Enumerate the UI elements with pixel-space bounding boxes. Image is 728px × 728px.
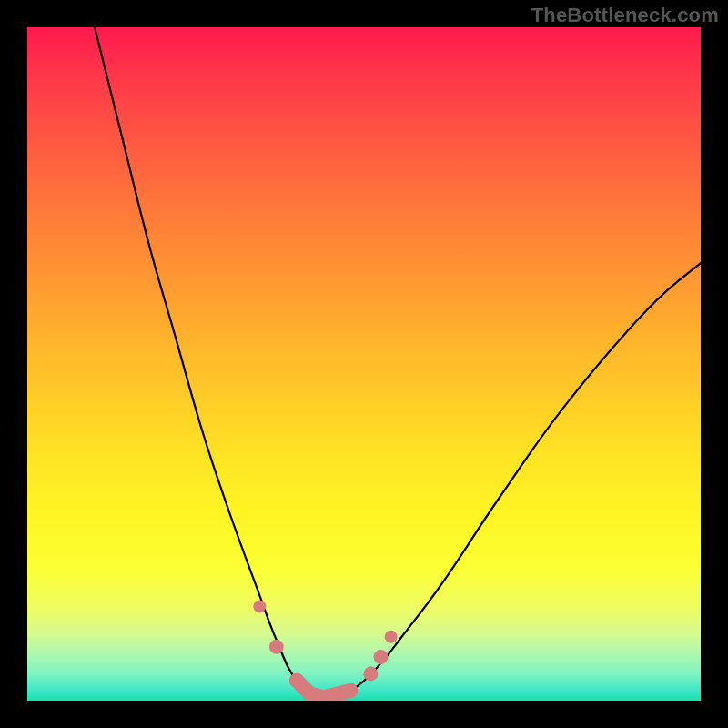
- chart-svg: [27, 27, 701, 701]
- bottleneck-curve: [95, 27, 701, 698]
- chart-frame: TheBottleneck.com: [0, 0, 728, 728]
- highlight-dot: [343, 683, 358, 698]
- highlight-dot: [303, 687, 318, 701]
- watermark-text: TheBottleneck.com: [531, 4, 719, 27]
- highlight-dot: [269, 640, 284, 654]
- highlight-dot: [253, 600, 266, 612]
- highlight-dot: [363, 666, 378, 681]
- plot-area: [27, 27, 701, 701]
- highlight-dot: [385, 631, 398, 643]
- highlight-dot: [374, 650, 389, 664]
- highlight-dot: [289, 673, 304, 688]
- highlight-dots-group: [253, 600, 397, 701]
